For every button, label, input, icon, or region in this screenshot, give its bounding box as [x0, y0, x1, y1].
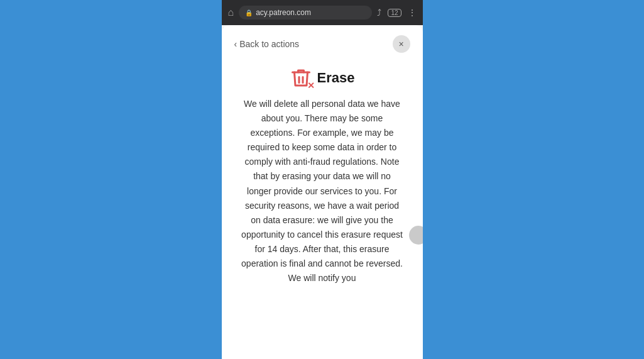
- modal-scrollbar: [419, 63, 423, 359]
- back-to-actions-link[interactable]: ‹ Back to actions: [234, 39, 300, 49]
- back-chevron-icon: ‹: [234, 39, 237, 49]
- close-icon: ×: [398, 39, 403, 49]
- home-icon[interactable]: ⌂: [228, 7, 234, 18]
- menu-icon[interactable]: ⋮: [408, 8, 417, 18]
- browser-actions: ⤴ 12 ⋮: [377, 8, 416, 18]
- modal-area: ‹ Back to actions ×: [222, 25, 423, 359]
- erase-icon-container: ✕ Erase: [241, 67, 404, 89]
- x-mark-icon: ✕: [307, 80, 315, 91]
- erase-description: We will delete all personal data we have…: [241, 97, 404, 285]
- phone-container: ⌂ 🔒 acy.patreon.com ⤴ 12 ⋮ ‹ Back to act…: [222, 0, 423, 359]
- erase-title: Erase: [317, 70, 355, 86]
- address-bar[interactable]: 🔒 acy.patreon.com: [239, 6, 372, 19]
- erase-icon: ✕: [290, 67, 312, 89]
- browser-chrome: ⌂ 🔒 acy.patreon.com ⤴ 12 ⋮: [222, 0, 423, 25]
- tab-count[interactable]: 12: [388, 9, 401, 17]
- lock-icon: 🔒: [245, 9, 253, 16]
- modal-dialog: ‹ Back to actions ×: [222, 25, 423, 359]
- url-text: acy.patreon.com: [256, 8, 311, 17]
- modal-body[interactable]: ✕ Erase We will delete all personal data…: [222, 60, 423, 359]
- close-button[interactable]: ×: [393, 35, 410, 53]
- back-label: Back to actions: [239, 39, 299, 49]
- share-icon[interactable]: ⤴: [377, 8, 381, 18]
- modal-header: ‹ Back to actions ×: [222, 25, 423, 60]
